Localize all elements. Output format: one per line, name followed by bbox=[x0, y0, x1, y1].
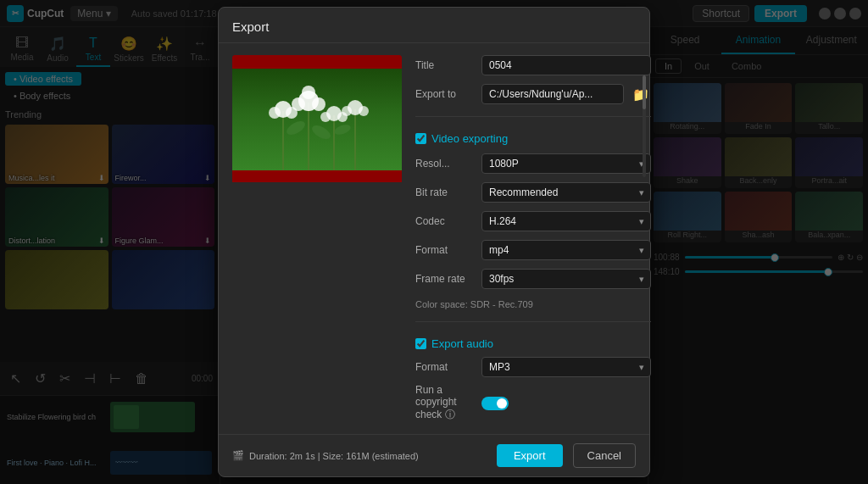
copyright-info-icon: ⓘ bbox=[445, 409, 455, 420]
modal-body: Title Export to 📁 Video exporting bbox=[219, 43, 649, 434]
svg-point-9 bbox=[269, 107, 281, 119]
resolution-select-wrapper: 1080P 720P 4K bbox=[481, 153, 651, 174]
audio-format-label: Format bbox=[415, 361, 475, 373]
export-to-row: Export to 📁 bbox=[415, 84, 651, 104]
framerate-row: Frame rate 30fps 24fps 60fps bbox=[415, 269, 651, 289]
format-label: Format bbox=[415, 244, 475, 256]
audio-section-title: Export audio bbox=[415, 337, 651, 350]
copyright-label: Run a copyright check ⓘ bbox=[415, 384, 475, 422]
resolution-select[interactable]: 1080P 720P 4K bbox=[481, 153, 651, 174]
preview-image bbox=[232, 55, 402, 182]
export-final-button[interactable]: Export bbox=[497, 444, 563, 467]
red-bar-top bbox=[232, 55, 402, 69]
footer-duration-size: Duration: 2m 1s | Size: 161M (estimated) bbox=[249, 451, 419, 461]
svg-point-18 bbox=[310, 123, 333, 142]
codec-select[interactable]: H.264 H.265 bbox=[481, 211, 651, 231]
svg-point-12 bbox=[320, 112, 331, 122]
bitrate-select-wrapper: Recommended High Low bbox=[481, 182, 651, 203]
audio-format-select[interactable]: MP3 AAC WAV bbox=[481, 357, 651, 377]
video-section-title: Video exporting bbox=[415, 132, 651, 145]
video-export-checkbox[interactable] bbox=[415, 133, 426, 144]
codec-select-wrapper: H.264 H.265 bbox=[481, 211, 651, 231]
audio-format-row: Format MP3 AAC WAV bbox=[415, 357, 651, 377]
format-row: Format mp4 mov avi bbox=[415, 240, 651, 260]
svg-point-7 bbox=[302, 86, 315, 99]
modal-header: Export bbox=[219, 8, 649, 43]
svg-point-10 bbox=[286, 107, 298, 119]
red-bar-bottom bbox=[232, 170, 402, 182]
modal-footer: 🎬 Duration: 2m 1s | Size: 161M (estimate… bbox=[219, 434, 649, 476]
svg-point-17 bbox=[285, 119, 308, 137]
title-label: Title bbox=[415, 59, 475, 71]
format-select-wrapper: mp4 mov avi bbox=[481, 240, 651, 260]
framerate-select[interactable]: 30fps 24fps 60fps bbox=[481, 269, 651, 289]
divider-2 bbox=[415, 321, 651, 322]
audio-section: Export audio Format MP3 AAC WAV bbox=[415, 334, 651, 422]
copyright-row: Run a copyright check ⓘ bbox=[415, 384, 651, 422]
modal-overlay: Export bbox=[0, 0, 868, 484]
modal-scrollbar[interactable] bbox=[643, 75, 646, 177]
audio-format-select-wrapper: MP3 AAC WAV bbox=[481, 357, 651, 377]
export-path-input[interactable] bbox=[481, 84, 624, 104]
footer-info: 🎬 Duration: 2m 1s | Size: 161M (estimate… bbox=[232, 450, 487, 461]
svg-point-6 bbox=[312, 97, 326, 111]
title-input[interactable] bbox=[481, 55, 651, 75]
title-row: Title bbox=[415, 55, 651, 75]
codec-row: Codec H.264 H.265 bbox=[415, 211, 651, 231]
color-space-label: Color space: SDR - Rec.709 bbox=[415, 299, 651, 309]
bitrate-select[interactable]: Recommended High Low bbox=[481, 182, 651, 203]
svg-point-15 bbox=[342, 106, 352, 116]
svg-point-16 bbox=[359, 106, 369, 116]
cancel-button[interactable]: Cancel bbox=[573, 443, 636, 468]
export-modal: Export bbox=[218, 7, 650, 477]
resolution-row: Resol... 1080P 720P 4K bbox=[415, 153, 651, 174]
resolution-label: Resol... bbox=[415, 158, 475, 170]
svg-point-19 bbox=[333, 123, 352, 136]
folder-button[interactable]: 📁 bbox=[631, 85, 651, 104]
divider-1 bbox=[415, 116, 651, 117]
framerate-select-wrapper: 30fps 24fps 60fps bbox=[481, 269, 651, 289]
toggle-thumb bbox=[497, 398, 507, 409]
format-select[interactable]: mp4 mov avi bbox=[481, 240, 651, 260]
footer-info-icon: 🎬 bbox=[232, 450, 244, 461]
bitrate-row: Bit rate Recommended High Low bbox=[415, 182, 651, 203]
modal-preview bbox=[232, 55, 402, 422]
audio-export-checkbox[interactable] bbox=[415, 338, 426, 349]
copyright-toggle[interactable] bbox=[481, 397, 509, 410]
audio-section-label: Export audio bbox=[431, 337, 493, 350]
scrollbar-thumb bbox=[643, 75, 646, 109]
video-section-label: Video exporting bbox=[431, 132, 508, 145]
modal-title: Export bbox=[232, 19, 269, 34]
framerate-label: Frame rate bbox=[415, 273, 475, 285]
codec-label: Codec bbox=[415, 215, 475, 227]
flowers-svg bbox=[232, 69, 402, 170]
export-to-label: Export to bbox=[415, 88, 475, 100]
bitrate-label: Bit rate bbox=[415, 186, 475, 198]
modal-form: Title Export to 📁 Video exporting bbox=[415, 55, 651, 422]
